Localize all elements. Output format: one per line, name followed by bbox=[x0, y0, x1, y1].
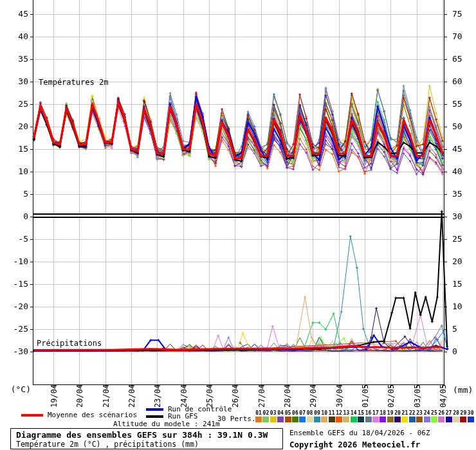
y-tick-label-right: 45 bbox=[452, 144, 475, 154]
x-date-label: 24/04 bbox=[179, 384, 188, 408]
pert-number: 16 bbox=[365, 410, 372, 416]
y-tick-label-left: 25 bbox=[9, 99, 28, 109]
precipitation-section-label: Précipitations bbox=[37, 339, 102, 348]
pert-color-swatch bbox=[307, 417, 313, 422]
y-tick-label-right: 65 bbox=[452, 54, 475, 64]
x-date-label: 19/04 bbox=[50, 384, 59, 408]
pert-color-swatch bbox=[365, 417, 372, 422]
pert-color-swatch bbox=[270, 417, 277, 422]
pert-number: 09 bbox=[313, 410, 321, 416]
pert-color-swatch bbox=[409, 417, 416, 422]
pert-number: 01 bbox=[255, 410, 262, 416]
pert-color-swatch bbox=[292, 417, 298, 422]
pert-color-swatch bbox=[380, 417, 386, 422]
x-date-label: 04/05 bbox=[439, 384, 448, 408]
pert-number: 21 bbox=[401, 410, 408, 416]
pert-color-swatch bbox=[358, 417, 364, 422]
pert-number: 17 bbox=[372, 410, 380, 416]
pert-number: 12 bbox=[335, 410, 343, 416]
y-tick-label-left: -10 bbox=[9, 256, 28, 266]
pert-number: 24 bbox=[423, 410, 431, 416]
pert-color-swatch bbox=[468, 417, 474, 422]
pert-number: 03 bbox=[270, 410, 277, 416]
x-date-label: 20/04 bbox=[75, 384, 84, 408]
pert-color-swatch bbox=[329, 417, 335, 422]
y-tick-label-right: 55 bbox=[452, 99, 475, 109]
mean-legend-label: Moyenne des scénarios bbox=[48, 411, 137, 419]
pert-number: 28 bbox=[452, 410, 460, 416]
y-tick-label-right: 70 bbox=[452, 32, 475, 41]
pert-color-swatch bbox=[372, 417, 379, 422]
gefs-ensemble-diagram: Températures 2m Précipitations (°C) (mm)… bbox=[0, 0, 476, 450]
x-date-label: 02/05 bbox=[387, 384, 396, 408]
y-tick-label-left: 0 bbox=[9, 212, 28, 221]
pert-number: 29 bbox=[459, 410, 467, 416]
pert-number: 25 bbox=[430, 410, 438, 416]
pert-number: 02 bbox=[262, 410, 270, 416]
pert-number: 11 bbox=[328, 410, 336, 416]
pert-color-swatch bbox=[255, 417, 262, 422]
y-tick-label-left: -25 bbox=[9, 324, 28, 334]
footer-title-box: Diagramme des ensembles GEFS sur 384h : … bbox=[10, 428, 283, 449]
y-tick-label-right: 25 bbox=[452, 234, 475, 244]
y-tick-label-right: 15 bbox=[452, 279, 475, 289]
x-date-label: 30/04 bbox=[335, 384, 344, 408]
perts-count-label: 30 Perts. bbox=[217, 415, 256, 423]
right-axis-unit: (mm) bbox=[453, 385, 473, 395]
pert-number: 13 bbox=[342, 410, 350, 416]
pert-number: 08 bbox=[306, 410, 314, 416]
x-date-label: 23/04 bbox=[153, 384, 162, 408]
pert-number: 23 bbox=[416, 410, 423, 416]
x-date-label: 28/04 bbox=[283, 384, 292, 408]
x-date-label: 01/05 bbox=[361, 384, 370, 408]
y-tick-label-left: 45 bbox=[9, 9, 28, 19]
pert-number: 26 bbox=[437, 410, 445, 416]
pert-number: 04 bbox=[277, 410, 284, 416]
pert-color-swatch bbox=[460, 417, 466, 422]
pert-color-swatch bbox=[336, 417, 342, 422]
pert-number: 05 bbox=[284, 410, 292, 416]
y-tick-label-left: -5 bbox=[9, 234, 28, 244]
temperature-section-label: Températures 2m bbox=[39, 78, 108, 87]
y-tick-label-right: 20 bbox=[452, 256, 475, 266]
altitude-label: Altitude du modele : 241m bbox=[113, 420, 220, 428]
pert-number: 30 bbox=[467, 410, 475, 416]
diagram-title: Diagramme des ensembles GEFS sur 384h : … bbox=[16, 430, 268, 440]
pert-number: 27 bbox=[445, 410, 453, 416]
y-tick-label-left: 10 bbox=[9, 166, 28, 176]
pert-number: 22 bbox=[408, 410, 416, 416]
pert-color-swatch bbox=[262, 417, 269, 422]
gfs-line-sample bbox=[146, 415, 163, 418]
pert-color-swatch bbox=[401, 417, 408, 422]
pert-number: 18 bbox=[379, 410, 387, 416]
y-tick-label-right: 50 bbox=[452, 122, 475, 131]
y-tick-label-right: 5 bbox=[452, 324, 475, 334]
y-tick-label-right: 30 bbox=[452, 212, 475, 221]
pert-color-swatch bbox=[453, 417, 459, 422]
y-tick-label-right: 35 bbox=[452, 189, 475, 199]
y-tick-label-left: 5 bbox=[9, 189, 28, 199]
y-tick-label-right: 0 bbox=[452, 346, 475, 356]
pert-color-swatch bbox=[424, 417, 430, 422]
pert-number: 20 bbox=[394, 410, 401, 416]
pert-color-swatch bbox=[314, 417, 320, 422]
run-info-label: Ensemble GEFS du 18/04/2026 - 06Z bbox=[289, 429, 430, 437]
pert-number: 06 bbox=[291, 410, 299, 416]
y-tick-label-left: 30 bbox=[9, 76, 28, 86]
diagram-subtitle: Température 2m (°C) , précipitations (mm… bbox=[16, 440, 199, 449]
pert-number: 10 bbox=[320, 410, 328, 416]
pert-number: 15 bbox=[357, 410, 365, 416]
pert-color-swatch bbox=[416, 417, 423, 422]
x-date-label: 26/04 bbox=[231, 384, 240, 408]
pert-color-swatch bbox=[351, 417, 357, 422]
pert-color-swatch bbox=[277, 417, 284, 422]
y-tick-label-left: 40 bbox=[9, 32, 28, 41]
mean-line-sample bbox=[21, 414, 43, 417]
pert-number: 07 bbox=[298, 410, 306, 416]
pert-number: 14 bbox=[350, 410, 358, 416]
y-tick-label-right: 10 bbox=[452, 302, 475, 311]
left-axis-unit: (°C) bbox=[9, 384, 31, 394]
x-date-label: 27/04 bbox=[257, 384, 266, 408]
y-tick-label-left: 15 bbox=[9, 144, 28, 154]
pert-number: 19 bbox=[387, 410, 394, 416]
